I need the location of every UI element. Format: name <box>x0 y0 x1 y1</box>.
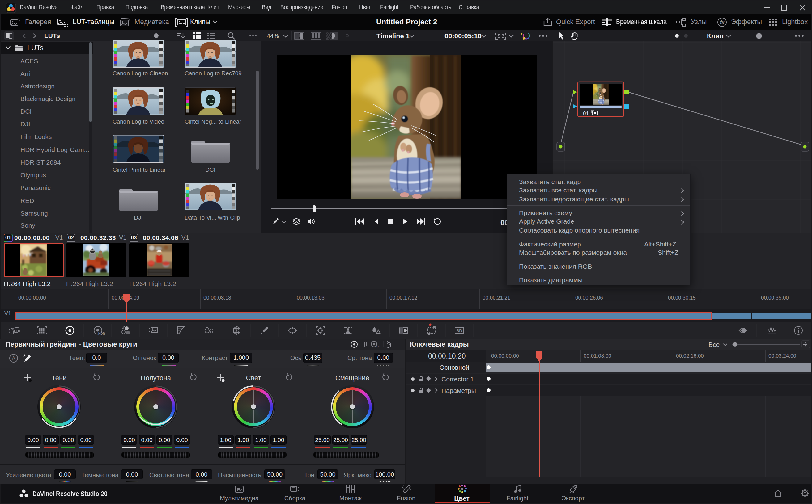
svg-text:fx: fx <box>720 20 725 25</box>
svg-text:LOG: LOG <box>375 345 381 348</box>
svg-text:01: 01 <box>583 111 589 116</box>
svg-text:HDR: HDR <box>98 332 105 335</box>
svg-text:3D: 3D <box>456 328 462 333</box>
